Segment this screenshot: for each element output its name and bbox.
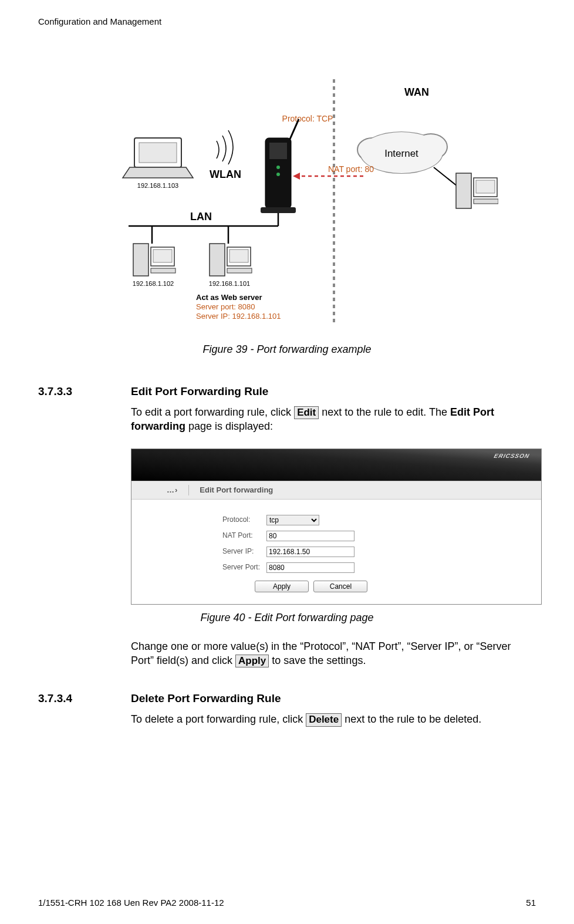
- port-forwarding-diagram: WAN Internet: [76, 73, 498, 338]
- section-title-delete: Delete Port Forwarding Rule: [131, 692, 281, 705]
- svg-rect-17: [261, 207, 296, 213]
- svg-marker-21: [123, 167, 193, 178]
- router: [261, 119, 299, 213]
- pc2-ip: 192.168.1.101: [209, 280, 250, 287]
- protocol-label: Protocol:: [222, 514, 264, 526]
- running-header: Configuration and Management: [38, 16, 536, 26]
- section-title-edit: Edit Port Forwarding Rule: [131, 385, 268, 398]
- server-ip-input[interactable]: [266, 547, 354, 557]
- breadcrumb-title: Edit Port forwarding: [200, 485, 273, 494]
- svg-rect-33: [227, 268, 252, 273]
- lan-pc-2: [210, 244, 252, 276]
- svg-rect-32: [229, 249, 248, 262]
- breadcrumb-divider: [188, 485, 189, 495]
- figure-39-caption: Figure 39 - Port forwarding example: [38, 343, 536, 356]
- lan-label: LAN: [190, 211, 212, 222]
- wifi-icon: [217, 130, 233, 164]
- delete-rule-paragraph: To delete a port forwarding rule, click …: [131, 712, 536, 726]
- figure-40-caption: Figure 40 - Edit Port forwarding page: [38, 612, 536, 624]
- server-port-label: Server Port:: [222, 561, 264, 574]
- pc1-ip: 192.168.1.102: [133, 280, 174, 287]
- ericsson-brand: ERICSSON: [493, 453, 530, 459]
- wlan-label: WLAN: [210, 168, 241, 180]
- nat-port-label: NAT port: 80: [328, 164, 374, 174]
- svg-rect-26: [133, 244, 148, 276]
- svg-text:Internet: Internet: [384, 148, 418, 159]
- server-port-input[interactable]: [266, 562, 354, 573]
- svg-rect-14: [269, 143, 287, 159]
- nat-port-input[interactable]: [266, 531, 354, 541]
- section-number-3734: 3.7.3.4: [38, 692, 131, 705]
- svg-point-15: [276, 166, 280, 169]
- change-values-paragraph: Change one or more value(s) in the “Prot…: [131, 639, 536, 668]
- footer-page-number: 51: [526, 898, 536, 908]
- protocol-label: Protocol: TCP: [282, 114, 333, 123]
- svg-rect-30: [210, 244, 225, 276]
- apply-button-inline: Apply: [235, 655, 269, 667]
- svg-rect-10: [474, 199, 498, 204]
- breadcrumb-bar: …› Edit Port forwarding: [131, 481, 541, 500]
- footer-doc-id: 1/1551-CRH 102 168 Uen Rev PA2 2008-11-1…: [38, 898, 224, 908]
- laptop-ip: 192.168.1.103: [137, 182, 178, 189]
- delete-button-inline: Delete: [306, 713, 342, 726]
- svg-rect-20: [139, 143, 177, 163]
- edit-rule-paragraph: To edit a port forwarding rule, click Ed…: [131, 405, 536, 434]
- server-ip-label: Server IP: 192.168.1.101: [196, 312, 281, 321]
- edit-port-forwarding-screenshot: ERICSSON …› Edit Port forwarding Protoco…: [131, 448, 542, 605]
- laptop: [123, 138, 193, 178]
- apply-button[interactable]: Apply: [255, 581, 309, 592]
- server-port-label: Server port: 8080: [196, 302, 255, 311]
- cancel-button[interactable]: Cancel: [313, 581, 367, 592]
- svg-rect-7: [456, 173, 471, 208]
- protocol-select[interactable]: tcp: [266, 515, 319, 525]
- svg-rect-29: [151, 268, 175, 273]
- act-as-label: Act as Web server: [196, 293, 262, 302]
- wan-label: WAN: [404, 86, 429, 98]
- wan-pc: [456, 173, 498, 208]
- svg-rect-9: [476, 180, 495, 193]
- svg-rect-28: [153, 249, 172, 262]
- lan-pc-1: [133, 244, 175, 276]
- server-ip-label: Server IP:: [222, 545, 264, 558]
- section-number-3733: 3.7.3.3: [38, 385, 131, 398]
- svg-point-16: [276, 173, 280, 176]
- screenshot-banner: ERICSSON: [131, 449, 541, 481]
- breadcrumb-arrow-icon: …›: [167, 485, 178, 494]
- svg-marker-12: [293, 173, 300, 180]
- edit-button-inline: Edit: [294, 406, 319, 419]
- nat-port-label: NAT Port:: [222, 530, 264, 542]
